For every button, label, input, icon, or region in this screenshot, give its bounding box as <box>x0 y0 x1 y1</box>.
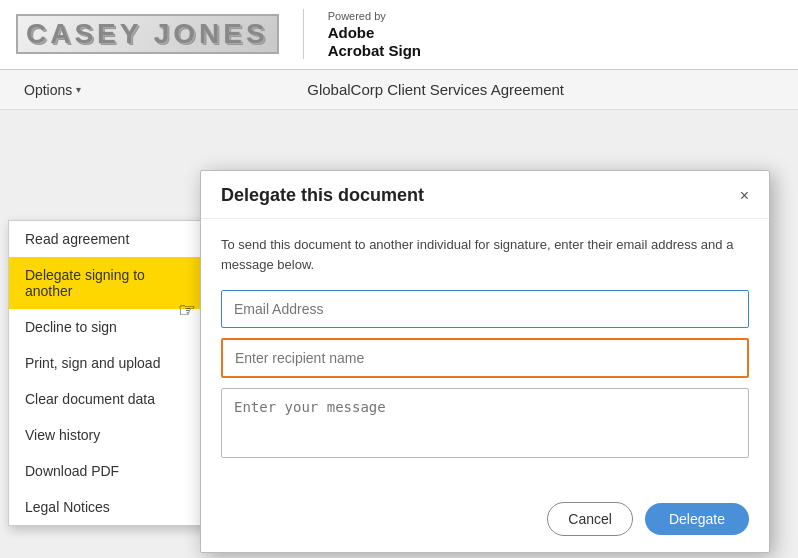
email-input[interactable] <box>221 290 749 328</box>
powered-by-line1: Powered by <box>328 9 421 24</box>
menu-item-decline-to-sign[interactable]: Decline to sign <box>9 309 207 345</box>
menu-item-view-history[interactable]: View history <box>9 417 207 453</box>
app-header: CASEY JONES Powered by Adobe Acrobat Sig… <box>0 0 798 70</box>
dialog-description: To send this document to another individ… <box>221 235 749 274</box>
logo-area: CASEY JONES Powered by Adobe Acrobat Sig… <box>16 9 421 60</box>
cancel-button[interactable]: Cancel <box>547 502 633 536</box>
menu-item-read-agreement[interactable]: Read agreement <box>9 221 207 257</box>
options-label: Options <box>24 82 72 98</box>
sub-header: Options ▾ GlobalCorp Client Services Agr… <box>0 70 798 110</box>
dialog-body: To send this document to another individ… <box>201 219 769 492</box>
dialog-close-button[interactable]: × <box>740 188 749 204</box>
menu-item-clear-document-data[interactable]: Clear document data <box>9 381 207 417</box>
dialog-title: Delegate this document <box>221 185 424 206</box>
menu-item-print-sign-upload[interactable]: Print, sign and upload <box>9 345 207 381</box>
recipient-name-input[interactable] <box>221 338 749 378</box>
options-button[interactable]: Options ▾ <box>16 78 89 102</box>
powered-by-line2: Adobe <box>328 24 421 42</box>
menu-item-download-pdf[interactable]: Download PDF <box>9 453 207 489</box>
delegate-dialog: Delegate this document × To send this do… <box>200 170 770 553</box>
document-title: GlobalCorp Client Services Agreement <box>89 81 782 98</box>
message-input[interactable] <box>221 388 749 458</box>
delegate-button[interactable]: Delegate <box>645 503 749 535</box>
menu-item-delegate-signing[interactable]: Delegate signing to another <box>9 257 207 309</box>
dialog-footer: Cancel Delegate <box>201 492 769 552</box>
dialog-header: Delegate this document × <box>201 171 769 219</box>
main-content: Read agreement Delegate signing to anoth… <box>0 110 798 558</box>
logo: CASEY JONES <box>16 14 279 54</box>
chevron-down-icon: ▾ <box>76 84 81 95</box>
powered-by-line3: Acrobat Sign <box>328 42 421 60</box>
header-divider <box>303 9 304 59</box>
menu-item-legal-notices[interactable]: Legal Notices <box>9 489 207 525</box>
powered-by-section: Powered by Adobe Acrobat Sign <box>328 9 421 60</box>
options-dropdown: Read agreement Delegate signing to anoth… <box>8 220 208 526</box>
